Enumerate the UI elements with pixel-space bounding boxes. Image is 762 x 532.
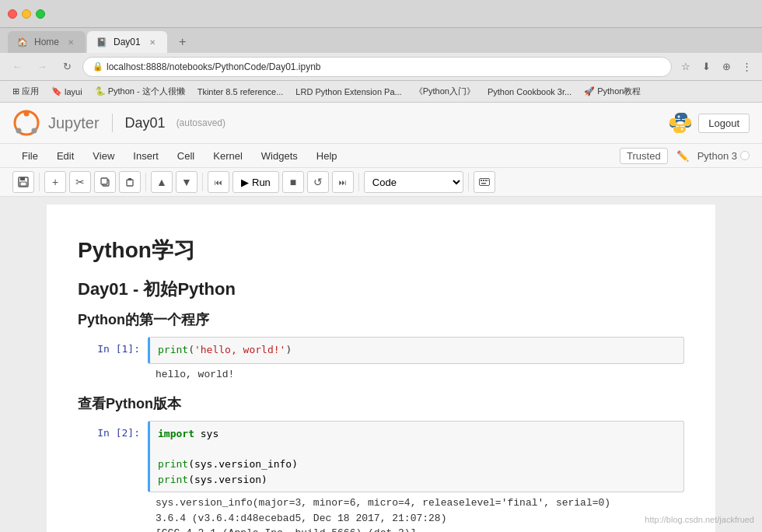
- tab-day01-label: Day01: [114, 37, 141, 47]
- close-paren: ): [285, 344, 292, 355]
- bookmark-layui-label: layui: [65, 87, 82, 96]
- cell-2-input[interactable]: import sys print(sys.version_info) print…: [148, 421, 684, 492]
- menu-icon[interactable]: ⋮: [739, 59, 754, 75]
- move-down-button[interactable]: ▼: [176, 171, 197, 193]
- add-cell-button[interactable]: +: [44, 171, 66, 193]
- profile-icon[interactable]: ⊕: [718, 59, 734, 75]
- bookmark-python-lazy-label: Python - 这个人很懒: [108, 86, 185, 97]
- cell-1[interactable]: In [1]: print('hello, world!') hello, wo…: [78, 337, 684, 385]
- kernel-status-circle: [740, 151, 750, 160]
- menu-kernel[interactable]: Kernel: [204, 147, 252, 165]
- output-line-1: sys.version_info(major=3, minor=6, micro…: [156, 495, 676, 511]
- copy-button[interactable]: [94, 171, 116, 193]
- restart-button[interactable]: ↺: [307, 171, 329, 193]
- menu-file[interactable]: File: [12, 147, 47, 165]
- paste-button[interactable]: [119, 171, 141, 193]
- home-favicon: 🏠: [17, 37, 28, 47]
- run-previous-button[interactable]: ⏮: [208, 171, 229, 193]
- tab-home[interactable]: 🏠 Home ✕: [8, 31, 86, 53]
- jupyter-header-right: Logout: [669, 111, 750, 135]
- cell-type-select[interactable]: Code Markdown Raw NBConvert Heading: [364, 171, 463, 193]
- menu-cell[interactable]: Cell: [168, 147, 204, 165]
- jupyter-brand-text: Jupyter: [48, 114, 100, 132]
- cut-button[interactable]: ✂: [69, 171, 91, 193]
- cell-2[interactable]: In [2]: import sys print(sys.version_inf…: [78, 421, 684, 532]
- toolbar-sep-5: [468, 173, 469, 191]
- cell-1-prompt: In [1]:: [78, 337, 148, 385]
- save-button[interactable]: [12, 171, 34, 193]
- svg-point-3: [16, 128, 22, 134]
- address-input[interactable]: 🔒 localhost:8888/notebooks/PythonCode/Da…: [82, 57, 672, 77]
- menu-insert[interactable]: Insert: [124, 147, 168, 165]
- trusted-badge[interactable]: Trusted: [620, 148, 668, 164]
- svg-point-1: [24, 111, 30, 117]
- bookmark-cookbook[interactable]: Python Cookbook 3r...: [483, 86, 576, 98]
- bookmark-python-intro[interactable]: 《Python入门》: [410, 84, 480, 99]
- menu-edit[interactable]: Edit: [47, 147, 83, 165]
- run-button[interactable]: ▶ Run: [232, 171, 279, 193]
- kernel-status: Python 3: [697, 150, 750, 162]
- import-keyword: import: [158, 428, 194, 439]
- day01-favicon: 📓: [96, 37, 107, 47]
- svg-rect-5: [20, 177, 25, 180]
- keyboard-shortcuts-button[interactable]: [474, 171, 495, 193]
- heading-python-version: 查看Python版本: [78, 394, 684, 413]
- svg-rect-11: [479, 179, 489, 186]
- svg-point-2: [32, 128, 37, 134]
- menu-right-items: Trusted ✏️ Python 3: [620, 145, 750, 166]
- new-tab-button[interactable]: +: [172, 31, 194, 53]
- svg-rect-12: [481, 180, 482, 181]
- interrupt-button[interactable]: ■: [282, 171, 304, 193]
- menu-help[interactable]: Help: [307, 147, 347, 165]
- bookmark-python-lazy[interactable]: 🐍 Python - 这个人很懒: [90, 84, 190, 99]
- cell-2-code: import sys print(sys.version_info) print…: [158, 426, 676, 487]
- apps-icon: ⊞: [12, 86, 19, 96]
- forward-button[interactable]: →: [33, 58, 51, 76]
- toolbar: + ✂ ▲ ▼ ⏮ ▶ Run ■: [0, 168, 762, 197]
- restart-run-button[interactable]: ⏭: [332, 171, 354, 193]
- kernel-label: Python 3: [697, 150, 737, 162]
- run-label: Run: [252, 177, 271, 188]
- close-button[interactable]: [8, 9, 17, 19]
- menu-view[interactable]: View: [83, 147, 124, 165]
- toolbar-sep-4: [358, 173, 359, 191]
- paren-3: (sys.version): [188, 474, 267, 485]
- cell-1-input[interactable]: print('hello, world!'): [148, 337, 684, 364]
- svg-rect-9: [127, 180, 133, 186]
- heading-first-program: Python的第一个程序: [78, 310, 684, 329]
- bookmark-layui[interactable]: 🔖 layui: [47, 85, 87, 98]
- paste-icon: [125, 177, 135, 187]
- tab-day01-close[interactable]: ✕: [147, 37, 158, 47]
- address-bar: ← → ↻ 🔒 localhost:8888/notebooks/PythonC…: [0, 53, 762, 81]
- minimize-button[interactable]: [22, 9, 31, 19]
- tab-day01[interactable]: 📓 Day01 ✕: [87, 31, 167, 53]
- tab-home-close[interactable]: ✕: [65, 37, 76, 47]
- bookmark-lrd[interactable]: LRD Python Extension Pa...: [291, 86, 406, 98]
- extensions-icon[interactable]: ⬇: [698, 59, 714, 75]
- maximize-button[interactable]: [36, 9, 45, 19]
- menu-widgets[interactable]: Widgets: [252, 147, 307, 165]
- logout-button[interactable]: Logout: [698, 114, 750, 133]
- bookmark-apps[interactable]: ⊞ 应用: [8, 84, 44, 99]
- url-text: localhost:8888/notebooks/PythonCode/Day0…: [107, 61, 321, 72]
- copy-icon: [100, 177, 110, 187]
- jupyter-logo-icon: [12, 109, 40, 137]
- jupyter-header: Jupyter Day01 (autosaved) Logout: [0, 103, 762, 144]
- reload-button[interactable]: ↻: [58, 58, 76, 76]
- svg-rect-16: [481, 183, 486, 184]
- cell-1-output: hello, world!: [148, 364, 684, 386]
- bookmarks-bar: ⊞ 应用 🔖 layui 🐍 Python - 这个人很懒 Tkinter 8.…: [0, 81, 762, 103]
- svg-rect-14: [485, 180, 487, 181]
- heading-day01: Day01 - 初始Python: [78, 278, 684, 301]
- back-button[interactable]: ←: [8, 58, 26, 76]
- bookmark-tkinter[interactable]: Tkinter 8.5 reference...: [193, 86, 288, 98]
- bookmark-tutorial-label: Python教程: [597, 86, 641, 97]
- svg-rect-10: [128, 178, 131, 180]
- bookmark-star-icon[interactable]: ☆: [678, 59, 694, 75]
- cell-2-body: import sys print(sys.version_info) print…: [148, 421, 684, 532]
- cell-2-prompt: In [2]:: [78, 421, 148, 532]
- move-up-button[interactable]: ▲: [151, 171, 173, 193]
- edit-mode-button[interactable]: ✏️: [673, 145, 693, 166]
- output-line-3: [GCC 4.2.1 (Apple Inc. build 5666) (dot …: [156, 526, 676, 532]
- bookmark-python-tutorial[interactable]: 🚀 Python教程: [579, 84, 645, 99]
